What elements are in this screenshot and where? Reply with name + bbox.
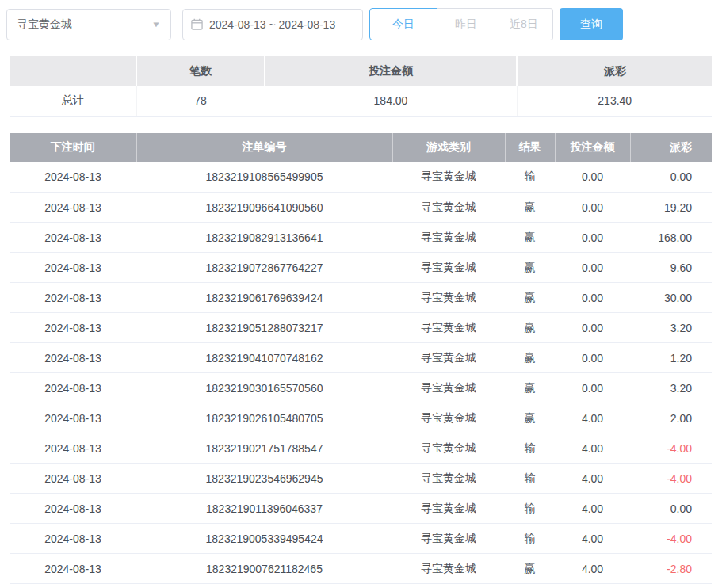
summary-total-label: 总计 [10,86,136,116]
column-header-bet-time: 下注时间 [10,133,136,162]
table-row: 2024-08-13 1823219082913136641 寻宝黄金城 赢 0… [10,223,712,253]
cell-game-category: 寻宝黄金城 [392,494,505,524]
cell-game-category: 寻宝黄金城 [392,524,505,554]
query-button[interactable]: 查询 [560,8,623,40]
game-select-value: 寻宝黄金城 [17,17,72,32]
cell-order-number: 1823219041070748162 [136,343,392,373]
cell-bet-time: 2024-08-13 [10,464,136,494]
cell-result: 赢 [505,253,555,283]
yesterday-button[interactable]: 昨日 [437,8,495,40]
cell-order-number: 1823219026105480705 [136,403,392,433]
cell-bet-amount: 4.00 [555,554,630,584]
date-range-value: 2024-08-13 ~ 2024-08-13 [209,18,335,31]
table-row: 2024-08-13 1823219011396046337 寻宝黄金城 输 4… [10,494,712,524]
cell-result: 输 [505,162,555,193]
game-select[interactable]: 寻宝黄金城 ▼ [6,9,171,40]
cell-bet-time: 2024-08-13 [10,223,136,253]
cell-bet-amount: 4.00 [555,433,630,464]
summary-header-empty [10,56,136,86]
cell-payout: 0.00 [630,494,712,524]
cell-game-category: 寻宝黄金城 [392,283,505,313]
cell-payout: 30.00 [630,283,712,313]
cell-order-number: 1823219021751788547 [136,433,392,464]
column-header-payout: 派彩 [630,133,712,162]
cell-payout: 9.60 [630,253,712,283]
cell-bet-amount: 0.00 [555,253,630,283]
cell-bet-amount: 0.00 [555,223,630,253]
cell-order-number: 1823219007621182465 [136,554,392,584]
summary-table: 笔数 投注金额 派彩 总计 78 184.00 213.40 [10,56,712,117]
cell-bet-amount: 4.00 [555,524,630,554]
cell-result: 赢 [505,554,555,584]
cell-game-category: 寻宝黄金城 [392,313,505,343]
summary-total-count: 78 [136,86,265,116]
bet-table-body: 2024-08-13 1823219108565499905 寻宝黄金城 输 0… [10,162,712,584]
cell-bet-amount: 4.00 [555,494,630,524]
cell-bet-amount: 4.00 [555,464,630,494]
cell-game-category: 寻宝黄金城 [392,464,505,494]
table-row: 2024-08-13 1823219030165570560 寻宝黄金城 赢 0… [10,373,712,403]
cell-result: 输 [505,524,555,554]
column-header-game-category: 游戏类别 [392,133,505,162]
cell-bet-time: 2024-08-13 [10,403,136,433]
table-row: 2024-08-13 1823219023546962945 寻宝黄金城 输 4… [10,464,712,494]
table-row: 2024-08-13 1823219007621182465 寻宝黄金城 赢 4… [10,554,712,584]
column-header-result: 结果 [505,133,555,162]
chevron-down-icon: ▼ [151,20,161,29]
summary-header-count: 笔数 [136,56,265,86]
cell-game-category: 寻宝黄金城 [392,253,505,283]
cell-result: 输 [505,433,555,464]
cell-result: 赢 [505,343,555,373]
last-8-days-button[interactable]: 近8日 [495,8,553,40]
table-row: 2024-08-13 1823219005339495424 寻宝黄金城 输 4… [10,524,712,554]
cell-game-category: 寻宝黄金城 [392,193,505,223]
cell-game-category: 寻宝黄金城 [392,162,505,193]
cell-result: 赢 [505,283,555,313]
cell-bet-time: 2024-08-13 [10,193,136,223]
table-row: 2024-08-13 1823219026105480705 寻宝黄金城 赢 4… [10,403,712,433]
cell-game-category: 寻宝黄金城 [392,403,505,433]
cell-bet-time: 2024-08-13 [10,524,136,554]
table-row: 2024-08-13 1823219096641090560 寻宝黄金城 赢 0… [10,193,712,223]
cell-order-number: 1823219030165570560 [136,373,392,403]
table-row: 2024-08-13 1823219041070748162 寻宝黄金城 赢 0… [10,343,712,373]
cell-bet-amount: 0.00 [555,193,630,223]
cell-result: 输 [505,464,555,494]
summary-header-bet-amount: 投注金额 [265,56,517,86]
cell-payout: 168.00 [630,223,712,253]
cell-order-number: 1823219023546962945 [136,464,392,494]
cell-payout: -4.00 [630,524,712,554]
today-button[interactable]: 今日 [369,8,437,40]
cell-bet-amount: 0.00 [555,343,630,373]
cell-result: 赢 [505,373,555,403]
cell-bet-time: 2024-08-13 [10,162,136,193]
table-row: 2024-08-13 1823219061769639424 寻宝黄金城 赢 0… [10,283,712,313]
summary-header-row: 笔数 投注金额 派彩 [10,56,712,86]
cell-order-number: 1823219108565499905 [136,162,392,193]
calendar-icon [191,18,203,30]
cell-payout: -4.00 [630,464,712,494]
table-row: 2024-08-13 1823219051288073217 寻宝黄金城 赢 0… [10,313,712,343]
quick-date-button-group: 今日 昨日 近8日 [369,8,553,40]
cell-payout: -2.80 [630,554,712,584]
toolbar: 寻宝黄金城 ▼ 2024-08-13 ~ 2024-08-13 今日 昨日 近8… [0,0,722,48]
column-header-bet-amount: 投注金额 [555,133,630,162]
cell-bet-amount: 0.00 [555,373,630,403]
cell-bet-amount: 4.00 [555,403,630,433]
cell-payout: 0.00 [630,162,712,193]
cell-bet-amount: 0.00 [555,313,630,343]
summary-total-row: 总计 78 184.00 213.40 [10,86,712,116]
cell-order-number: 1823219082913136641 [136,223,392,253]
cell-bet-amount: 0.00 [555,283,630,313]
summary-total-payout: 213.40 [517,86,712,116]
cell-order-number: 1823219051288073217 [136,313,392,343]
cell-order-number: 1823219072867764227 [136,253,392,283]
table-row: 2024-08-13 1823219072867764227 寻宝黄金城 赢 0… [10,253,712,283]
cell-result: 赢 [505,403,555,433]
cell-bet-time: 2024-08-13 [10,343,136,373]
cell-order-number: 1823219096641090560 [136,193,392,223]
date-range-picker[interactable]: 2024-08-13 ~ 2024-08-13 [182,9,363,40]
cell-payout: -4.00 [630,433,712,464]
cell-order-number: 1823219005339495424 [136,524,392,554]
cell-result: 赢 [505,193,555,223]
